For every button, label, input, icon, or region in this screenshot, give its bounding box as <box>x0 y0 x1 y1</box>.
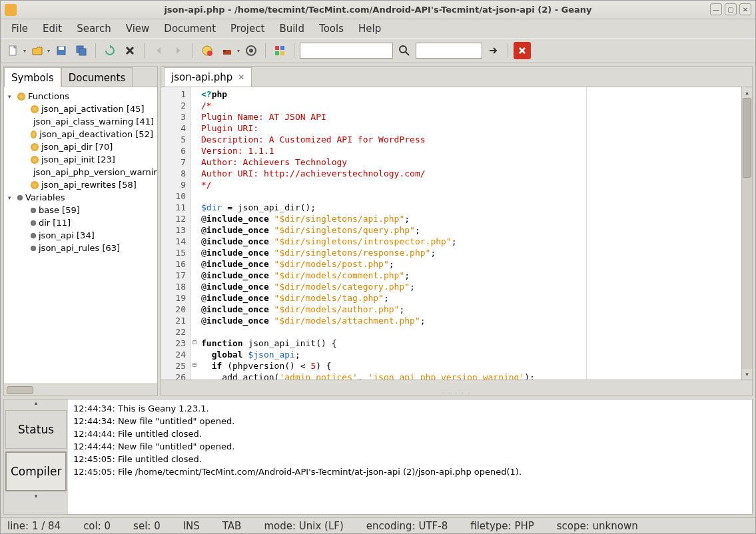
menu-search[interactable]: Search <box>70 20 118 37</box>
scroll-up-icon[interactable]: ▴ <box>742 87 752 98</box>
pane-resize-handle[interactable]: · · · · · <box>161 390 752 396</box>
compile-button[interactable] <box>198 42 216 59</box>
message-panel: ▴ Status Compiler ▾ 12:44:34: This is Ge… <box>3 399 753 515</box>
variable-icon <box>17 195 23 200</box>
status-sel: sel: 0 <box>133 520 161 532</box>
svg-line-16 <box>406 52 409 55</box>
app-icon <box>5 4 17 16</box>
variable-icon <box>31 233 36 238</box>
build-button[interactable] <box>218 42 236 59</box>
fold-column[interactable]: ⊟⊟ <box>190 87 198 380</box>
svg-point-10 <box>249 49 253 53</box>
close-button[interactable]: ✕ <box>739 3 751 15</box>
variable-icon <box>31 208 36 213</box>
tab-symbols[interactable]: Symbols <box>4 67 61 87</box>
message-line[interactable]: 12:44:44: New file "untitled" opened. <box>71 440 749 453</box>
function-icon <box>31 156 39 164</box>
svg-point-15 <box>400 46 406 53</box>
tab-compiler[interactable]: Compiler <box>5 451 67 491</box>
dropdown-icon[interactable]: ▾ <box>237 48 240 54</box>
search-button[interactable] <box>396 42 413 59</box>
search-input[interactable] <box>300 43 393 59</box>
scroll-up-icon[interactable]: ▴ <box>4 400 68 409</box>
save-button[interactable] <box>53 42 70 59</box>
menu-help[interactable]: Help <box>352 20 388 37</box>
vertical-scrollbar[interactable]: ▴ ▾ <box>741 87 752 380</box>
tab-documents[interactable]: Documents <box>61 67 133 87</box>
message-line[interactable]: 12:44:34: New file "untitled" opened. <box>71 415 749 427</box>
minimize-button[interactable]: — <box>710 3 722 15</box>
tab-status[interactable]: Status <box>5 410 67 449</box>
scroll-down-icon[interactable]: ▾ <box>4 493 68 502</box>
tree-item[interactable]: json_api_init [23] <box>5 153 156 166</box>
tree-item[interactable]: json_api_deactivation [52] <box>5 128 156 140</box>
open-file-button[interactable] <box>29 42 46 59</box>
close-file-button[interactable] <box>121 42 139 59</box>
maximize-button[interactable]: ▢ <box>725 3 737 15</box>
nav-back-button[interactable] <box>150 42 167 59</box>
reload-button[interactable] <box>101 42 119 59</box>
status-line: line: 1 / 84 <box>7 520 61 532</box>
svg-rect-13 <box>275 51 279 55</box>
editor-area: json-api.php ✕ 1234567891011121314151617… <box>161 66 753 396</box>
close-icon[interactable]: ✕ <box>238 73 244 82</box>
message-list[interactable]: 12:44:34: This is Geany 1.23.1.12:44:34:… <box>68 400 752 514</box>
color-chooser-button[interactable] <box>271 42 288 59</box>
quit-button[interactable] <box>514 42 531 59</box>
titlebar[interactable]: json-api.php - /home/tecmint/TecMint.com… <box>1 1 755 19</box>
tree-item[interactable]: json_api_rewrites [58] <box>5 178 156 191</box>
status-col: col: 0 <box>83 520 111 532</box>
menu-tools[interactable]: Tools <box>312 20 350 37</box>
message-line[interactable]: 12:45:05: File /home/tecmint/TecMint.com… <box>71 465 749 478</box>
nav-forward-button[interactable] <box>170 42 187 59</box>
svg-rect-8 <box>223 50 226 52</box>
tree-item[interactable]: dir [11] <box>5 216 156 229</box>
execute-button[interactable] <box>242 42 260 59</box>
menu-document[interactable]: Document <box>157 20 222 37</box>
status-scope: scope: unknown <box>557 520 638 532</box>
menu-build[interactable]: Build <box>272 20 311 37</box>
tree-item[interactable]: json_api_php_version_warnin <box>5 166 156 178</box>
message-line[interactable]: 12:44:34: This is Geany 1.23.1. <box>71 402 749 415</box>
status-mode: mode: Unix (LF) <box>264 520 343 532</box>
tree-item[interactable]: json_api_class_warning [41] <box>5 115 156 128</box>
tree-group[interactable]: ▾Functions <box>5 90 156 103</box>
editor-tab[interactable]: json-api.php ✕ <box>164 67 252 87</box>
horizontal-scrollbar[interactable] <box>161 380 752 390</box>
menu-file[interactable]: File <box>5 20 35 37</box>
message-line[interactable]: 12:45:05: File untitled closed. <box>71 453 749 465</box>
menu-edit[interactable]: Edit <box>36 20 69 37</box>
statusbar: line: 1 / 84 col: 0 sel: 0 INS TAB mode:… <box>1 517 755 533</box>
code-editor[interactable]: <?php/*Plugin Name: AT JSON APIPlugin UR… <box>198 87 741 380</box>
tree-group[interactable]: ▾Variables <box>5 191 156 204</box>
status-filetype: filetype: PHP <box>470 520 534 532</box>
svg-rect-14 <box>280 51 284 55</box>
new-file-button[interactable] <box>5 42 22 59</box>
sidebar-hscroll[interactable] <box>4 384 157 396</box>
menu-view[interactable]: View <box>119 20 157 37</box>
variable-icon <box>31 246 36 251</box>
goto-line-input[interactable] <box>416 43 482 59</box>
toolbar: ▾ ▾ ▾ <box>1 38 755 63</box>
sidebar: Symbols Documents ▾Functionsjson_api_act… <box>3 66 158 396</box>
function-icon <box>31 105 39 113</box>
tree-item[interactable]: json_api [34] <box>5 229 156 242</box>
save-all-button[interactable] <box>73 42 90 59</box>
editor-tab-label: json-api.php <box>171 71 232 83</box>
tree-item[interactable]: json_api_dir [70] <box>5 140 156 153</box>
tree-item[interactable]: json_api_rules [63] <box>5 242 156 254</box>
function-icon <box>31 143 39 151</box>
dropdown-icon[interactable]: ▾ <box>47 48 50 54</box>
tree-item[interactable]: json_api_activation [45] <box>5 103 156 115</box>
status-ins: INS <box>183 520 200 532</box>
scroll-down-icon[interactable]: ▾ <box>742 369 752 380</box>
menu-project[interactable]: Project <box>224 20 271 37</box>
tree-item[interactable]: base [59] <box>5 204 156 216</box>
svg-point-6 <box>207 51 212 56</box>
goto-line-button[interactable] <box>485 42 502 59</box>
function-icon <box>17 93 25 101</box>
function-icon <box>31 131 37 138</box>
message-line[interactable]: 12:44:44: File untitled closed. <box>71 427 749 440</box>
dropdown-icon[interactable]: ▾ <box>23 48 26 54</box>
svg-rect-12 <box>280 46 284 50</box>
